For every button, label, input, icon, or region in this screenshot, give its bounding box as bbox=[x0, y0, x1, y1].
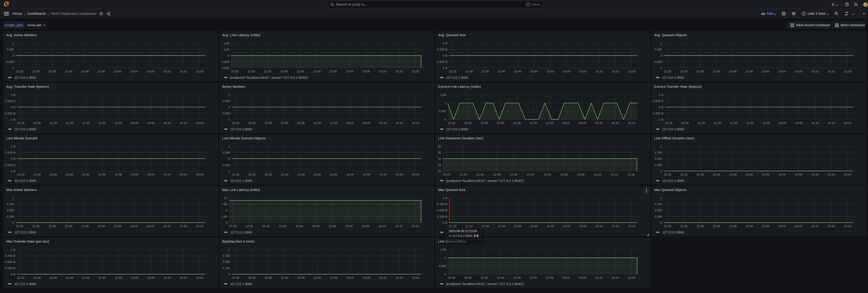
svg-text:23:10: 23:10 bbox=[378, 224, 386, 228]
svg-text:22:25: 22:25 bbox=[664, 70, 671, 73]
svg-text:22:45: 22:45 bbox=[82, 121, 90, 125]
svg-text:23:15: 23:15 bbox=[180, 276, 187, 280]
svg-text:40: 40 bbox=[438, 144, 441, 148]
svg-text:0.750: 0.750 bbox=[654, 151, 662, 154]
svg-text:23:20: 23:20 bbox=[412, 70, 419, 73]
svg-text:22:45: 22:45 bbox=[729, 224, 737, 228]
svg-text:1: 1 bbox=[12, 196, 14, 200]
svg-text:1: 1 bbox=[228, 93, 230, 96]
svg-text:23:00: 23:00 bbox=[778, 70, 786, 73]
svg-text:22:25: 22:25 bbox=[448, 276, 455, 280]
svg-text:22:30: 22:30 bbox=[248, 121, 256, 125]
svg-text:0.500 B: 0.500 B bbox=[5, 99, 16, 103]
svg-text:0 B: 0 B bbox=[443, 54, 447, 57]
svg-text:22:25: 22:25 bbox=[665, 121, 672, 125]
svg-text:22:25: 22:25 bbox=[17, 121, 25, 125]
svg-text:23:05: 23:05 bbox=[795, 121, 803, 125]
svg-text:22:30: 22:30 bbox=[33, 173, 41, 176]
svg-text:23:10: 23:10 bbox=[163, 70, 171, 73]
svg-text:22:55: 22:55 bbox=[115, 173, 122, 176]
svg-text:23:05: 23:05 bbox=[795, 70, 802, 73]
svg-text:0.500 B: 0.500 B bbox=[5, 151, 16, 154]
svg-text:22:50: 22:50 bbox=[312, 224, 319, 228]
svg-text:0.750: 0.750 bbox=[6, 202, 14, 206]
svg-text:23:00: 23:00 bbox=[346, 121, 354, 125]
svg-text:22:45: 22:45 bbox=[81, 70, 89, 73]
svg-text:23:10: 23:10 bbox=[379, 70, 386, 73]
svg-text:0.800: 0.800 bbox=[222, 60, 229, 63]
svg-text:22:30: 22:30 bbox=[681, 121, 689, 125]
svg-text:23:20: 23:20 bbox=[844, 173, 851, 176]
svg-text:22:45: 22:45 bbox=[297, 276, 305, 280]
svg-text:0.500: 0.500 bbox=[438, 264, 446, 268]
svg-text:23:05: 23:05 bbox=[147, 276, 155, 280]
svg-text:-0.500: -0.500 bbox=[654, 60, 662, 63]
svg-text:23:20: 23:20 bbox=[844, 224, 851, 228]
svg-text:0.500: 0.500 bbox=[438, 109, 446, 113]
svg-text:22:50: 22:50 bbox=[314, 173, 321, 176]
svg-text:22:35: 22:35 bbox=[482, 70, 489, 73]
svg-text:2.50: 2.50 bbox=[221, 215, 227, 218]
svg-text:23:15: 23:15 bbox=[828, 173, 835, 176]
svg-text:0.500: 0.500 bbox=[6, 208, 14, 212]
svg-text:22:40: 22:40 bbox=[65, 224, 72, 228]
svg-text:22:30: 22:30 bbox=[246, 224, 253, 228]
svg-text:1 B: 1 B bbox=[659, 93, 663, 96]
svg-text:22:55: 22:55 bbox=[330, 276, 338, 280]
svg-text:22:45: 22:45 bbox=[297, 121, 305, 125]
svg-text:1: 1 bbox=[228, 54, 229, 57]
svg-text:23:20: 23:20 bbox=[627, 173, 635, 176]
svg-text:23:20: 23:20 bbox=[411, 224, 419, 228]
svg-text:22:35: 22:35 bbox=[480, 276, 488, 280]
svg-text:22:40: 22:40 bbox=[713, 70, 720, 73]
svg-text:22:35: 22:35 bbox=[696, 173, 704, 176]
svg-text:-0.500: -0.500 bbox=[222, 111, 230, 115]
svg-text:-1 B: -1 B bbox=[10, 118, 16, 121]
svg-text:23:05: 23:05 bbox=[363, 276, 370, 280]
svg-text:23:20: 23:20 bbox=[628, 121, 635, 125]
svg-text:22:45: 22:45 bbox=[729, 70, 737, 73]
svg-text:23:00: 23:00 bbox=[562, 121, 570, 125]
svg-text:22:40: 22:40 bbox=[281, 173, 288, 176]
svg-text:23:00: 23:00 bbox=[131, 121, 138, 125]
svg-text:7.50: 7.50 bbox=[221, 202, 227, 206]
svg-text:22:50: 22:50 bbox=[746, 121, 754, 125]
svg-text:23:10: 23:10 bbox=[811, 70, 819, 73]
svg-text:23:10: 23:10 bbox=[379, 276, 387, 280]
svg-text:23:00: 23:00 bbox=[778, 173, 786, 176]
svg-text:23:20: 23:20 bbox=[412, 173, 419, 176]
svg-text:23:15: 23:15 bbox=[612, 276, 619, 280]
svg-text:22:40: 22:40 bbox=[713, 224, 720, 228]
svg-text:23:00: 23:00 bbox=[130, 70, 138, 73]
svg-text:23:15: 23:15 bbox=[612, 70, 619, 73]
svg-text:23:05: 23:05 bbox=[577, 173, 585, 176]
svg-text:22:50: 22:50 bbox=[746, 224, 753, 228]
svg-text:0.750: 0.750 bbox=[222, 254, 230, 258]
svg-text:22:45: 22:45 bbox=[296, 224, 303, 228]
svg-text:0.500: 0.500 bbox=[654, 48, 662, 51]
svg-text:22:25: 22:25 bbox=[443, 173, 450, 176]
svg-text:0: 0 bbox=[12, 221, 14, 224]
svg-text:-1: -1 bbox=[227, 169, 230, 173]
svg-text:22:35: 22:35 bbox=[49, 224, 56, 228]
svg-text:22:40: 22:40 bbox=[279, 224, 286, 228]
svg-text:23:10: 23:10 bbox=[163, 173, 171, 176]
svg-text:23:05: 23:05 bbox=[147, 121, 155, 125]
svg-text:22:35: 22:35 bbox=[264, 70, 272, 73]
svg-text:22:30: 22:30 bbox=[680, 224, 688, 228]
svg-text:23:15: 23:15 bbox=[612, 121, 619, 125]
svg-text:22:25: 22:25 bbox=[16, 70, 23, 73]
svg-text:22:55: 22:55 bbox=[114, 224, 122, 228]
svg-text:1: 1 bbox=[660, 196, 662, 200]
svg-text:22:45: 22:45 bbox=[297, 70, 304, 73]
svg-text:23:15: 23:15 bbox=[396, 121, 403, 125]
svg-text:22:30: 22:30 bbox=[680, 70, 688, 73]
svg-text:22:35: 22:35 bbox=[265, 121, 272, 125]
svg-text:0.250: 0.250 bbox=[654, 163, 662, 166]
svg-text:-1 B: -1 B bbox=[10, 169, 16, 173]
svg-text:22:55: 22:55 bbox=[330, 70, 337, 73]
svg-text:22:35: 22:35 bbox=[698, 121, 705, 125]
svg-text:1.50: 1.50 bbox=[440, 248, 446, 251]
svg-text:0 B: 0 B bbox=[11, 105, 16, 109]
svg-text:23:20: 23:20 bbox=[412, 276, 419, 280]
